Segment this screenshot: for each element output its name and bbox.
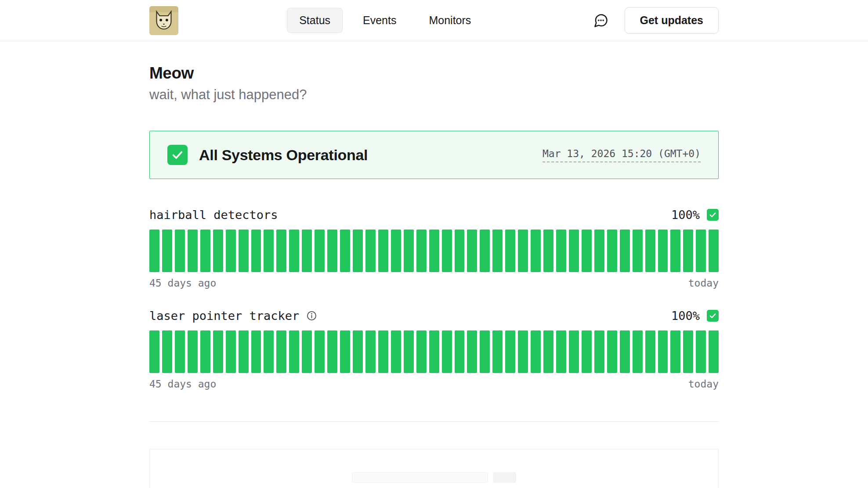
uptime-day-bar[interactable]: [505, 230, 515, 272]
uptime-day-bar[interactable]: [365, 230, 376, 272]
uptime-day-bar[interactable]: [442, 330, 452, 373]
uptime-day-bar[interactable]: [340, 230, 350, 272]
uptime-day-bar[interactable]: [594, 230, 604, 272]
uptime-day-bar[interactable]: [633, 330, 643, 373]
uptime-day-bar[interactable]: [543, 230, 553, 272]
get-updates-button[interactable]: Get updates: [625, 7, 719, 34]
uptime-day-bar[interactable]: [188, 330, 198, 373]
uptime-day-bar[interactable]: [239, 230, 249, 272]
nav-tab-status[interactable]: Status: [287, 8, 343, 33]
uptime-day-bar[interactable]: [239, 330, 249, 373]
uptime-day-bar[interactable]: [492, 330, 503, 373]
uptime-day-bar[interactable]: [175, 230, 185, 272]
uptime-day-bar[interactable]: [429, 230, 439, 272]
uptime-day-bar[interactable]: [467, 330, 477, 373]
uptime-day-bar[interactable]: [162, 230, 172, 272]
status-banner-timestamp[interactable]: Mar 13, 2026 15:20 (GMT+0): [542, 148, 701, 162]
uptime-day-bar[interactable]: [264, 330, 274, 373]
uptime-day-bar[interactable]: [226, 230, 236, 272]
uptime-day-bar[interactable]: [518, 330, 528, 373]
nav-tab-events[interactable]: Events: [351, 8, 409, 33]
uptime-day-bar[interactable]: [683, 230, 693, 272]
uptime-day-bar[interactable]: [327, 230, 337, 272]
uptime-day-bar[interactable]: [569, 330, 579, 373]
uptime-day-bar[interactable]: [645, 230, 655, 272]
uptime-day-bar[interactable]: [696, 330, 706, 373]
uptime-day-bar[interactable]: [404, 330, 414, 373]
nav-tab-monitors[interactable]: Monitors: [416, 8, 483, 33]
uptime-day-bar[interactable]: [633, 230, 643, 272]
uptime-day-bar[interactable]: [340, 330, 350, 373]
uptime-day-bar[interactable]: [149, 230, 159, 272]
uptime-day-bar[interactable]: [442, 230, 452, 272]
uptime-day-bar[interactable]: [582, 330, 592, 373]
uptime-day-bar[interactable]: [492, 230, 503, 272]
uptime-day-bar[interactable]: [670, 330, 680, 373]
uptime-day-bar[interactable]: [175, 330, 185, 373]
uptime-day-bar[interactable]: [696, 230, 706, 272]
uptime-day-bar[interactable]: [569, 230, 579, 272]
uptime-day-bar[interactable]: [315, 330, 325, 373]
uptime-day-bar[interactable]: [264, 230, 274, 272]
uptime-day-bar[interactable]: [709, 230, 719, 272]
uptime-day-bar[interactable]: [709, 330, 719, 373]
uptime-day-bar[interactable]: [505, 330, 515, 373]
uptime-day-bar[interactable]: [391, 330, 401, 373]
uptime-day-bar[interactable]: [455, 230, 465, 272]
uptime-day-bar[interactable]: [378, 230, 388, 272]
uptime-day-bar[interactable]: [607, 230, 617, 272]
uptime-day-bar[interactable]: [531, 230, 541, 272]
uptime-day-bar[interactable]: [480, 230, 490, 272]
uptime-day-bar[interactable]: [391, 230, 401, 272]
uptime-day-bar[interactable]: [467, 230, 477, 272]
cat-logo[interactable]: [149, 6, 178, 35]
uptime-day-bar[interactable]: [200, 230, 210, 272]
uptime-day-bar[interactable]: [556, 330, 566, 373]
uptime-day-bar[interactable]: [607, 330, 617, 373]
uptime-day-bar[interactable]: [213, 330, 223, 373]
uptime-day-bar[interactable]: [289, 230, 299, 272]
uptime-day-bar[interactable]: [302, 330, 312, 373]
uptime-day-bar[interactable]: [670, 230, 680, 272]
uptime-day-bar[interactable]: [251, 230, 261, 272]
uptime-day-bar[interactable]: [658, 330, 668, 373]
uptime-day-bar[interactable]: [226, 330, 236, 373]
uptime-day-bar[interactable]: [543, 330, 553, 373]
uptime-day-bar[interactable]: [645, 330, 655, 373]
uptime-day-bar[interactable]: [302, 230, 312, 272]
uptime-day-bar[interactable]: [251, 330, 261, 373]
uptime-day-bar[interactable]: [200, 330, 210, 373]
uptime-day-bar[interactable]: [378, 330, 388, 373]
monitor-status-check-icon[interactable]: [707, 209, 719, 221]
uptime-day-bar[interactable]: [213, 230, 223, 272]
uptime-day-bar[interactable]: [556, 230, 566, 272]
uptime-day-bar[interactable]: [404, 230, 414, 272]
uptime-day-bar[interactable]: [276, 230, 286, 272]
uptime-day-bar[interactable]: [683, 330, 693, 373]
uptime-day-bar[interactable]: [276, 330, 286, 373]
uptime-day-bar[interactable]: [327, 330, 337, 373]
uptime-day-bar[interactable]: [289, 330, 299, 373]
uptime-day-bar[interactable]: [620, 230, 630, 272]
uptime-day-bar[interactable]: [429, 330, 439, 373]
uptime-day-bar[interactable]: [531, 330, 541, 373]
uptime-day-bar[interactable]: [594, 330, 604, 373]
uptime-day-bar[interactable]: [416, 330, 427, 373]
monitor-status-check-icon[interactable]: [707, 310, 719, 322]
uptime-day-bar[interactable]: [480, 330, 490, 373]
info-icon[interactable]: [306, 310, 317, 321]
uptime-day-bar[interactable]: [315, 230, 325, 272]
uptime-day-bar[interactable]: [149, 330, 159, 373]
uptime-day-bar[interactable]: [658, 230, 668, 272]
uptime-day-bar[interactable]: [518, 230, 528, 272]
uptime-day-bar[interactable]: [188, 230, 198, 272]
uptime-day-bar[interactable]: [582, 230, 592, 272]
uptime-day-bar[interactable]: [353, 230, 363, 272]
uptime-day-bar[interactable]: [455, 330, 465, 373]
uptime-day-bar[interactable]: [416, 230, 427, 272]
uptime-day-bar[interactable]: [353, 330, 363, 373]
feedback-button[interactable]: [592, 12, 610, 29]
uptime-day-bar[interactable]: [365, 330, 376, 373]
uptime-day-bar[interactable]: [620, 330, 630, 373]
uptime-day-bar[interactable]: [162, 330, 172, 373]
